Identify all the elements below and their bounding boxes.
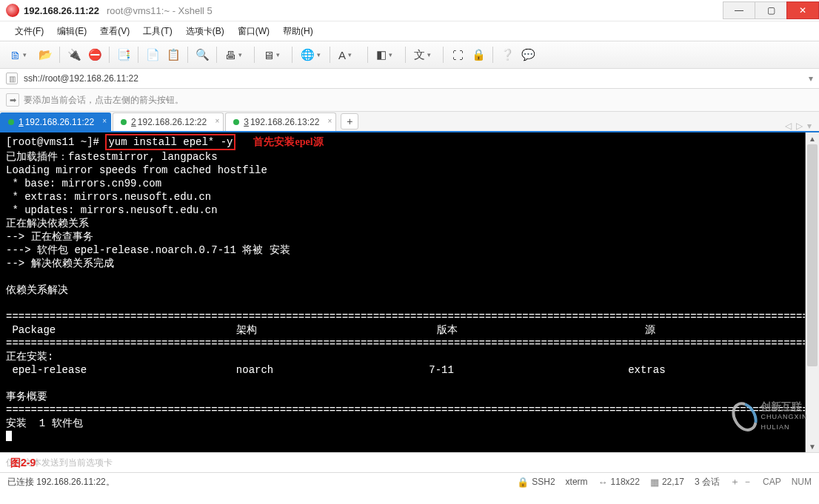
status-dot-icon bbox=[121, 119, 127, 125]
menu-view[interactable]: 查看(V) bbox=[94, 23, 136, 40]
minimize-button[interactable]: — bbox=[723, 1, 755, 19]
terminal[interactable]: [root@vms11 ~]# yum install epel* -y首先安装… bbox=[0, 132, 805, 452]
grid-icon: ▦ bbox=[650, 477, 659, 488]
fullscreen-icon[interactable]: ⛶ bbox=[448, 45, 467, 64]
color-icon[interactable]: ◧ bbox=[372, 45, 401, 64]
tab-session-1[interactable]: 1 192.168.26.11:22 × bbox=[0, 112, 111, 131]
disconnect-icon[interactable]: ⛔ bbox=[85, 45, 104, 64]
copy-icon[interactable]: 📄 bbox=[143, 45, 162, 64]
separator bbox=[59, 47, 60, 63]
open-icon[interactable]: 📂 bbox=[36, 45, 55, 64]
separator bbox=[405, 47, 406, 63]
address-input[interactable] bbox=[22, 70, 804, 87]
app-icon bbox=[6, 4, 19, 17]
status-cursor-pos: 22,17 bbox=[662, 477, 684, 487]
close-button[interactable]: ✕ bbox=[786, 1, 819, 19]
tabnav-left-icon[interactable]: ◁ bbox=[785, 121, 792, 131]
menu-window[interactable]: 窗口(W) bbox=[232, 23, 275, 40]
toolbar: 🗎📂🔌⛔📑📄📋🔍🖶🖥🌐A◧文⛶🔒❔💬 bbox=[0, 41, 819, 69]
figure-label: 图2-9 bbox=[10, 457, 36, 470]
add-session-arrow-button[interactable]: ➡ bbox=[6, 93, 19, 107]
address-icon: ▥ bbox=[6, 73, 18, 84]
separator bbox=[492, 47, 493, 63]
address-bar: ▥ ▾ bbox=[0, 69, 819, 89]
menu-tools[interactable]: 工具(T) bbox=[137, 23, 178, 40]
titlebar: 192.168.26.11:22 root@vms11:~ - Xshell 5… bbox=[0, 0, 819, 21]
monitor-icon[interactable]: 🖥 bbox=[259, 45, 287, 64]
send-strip: 仅将文本发送到当前选项卡 图2-9 bbox=[0, 452, 819, 472]
plus-icon[interactable]: ＋ bbox=[730, 475, 740, 488]
status-bar: 已连接 192.168.26.11:22。 🔒SSH2 xterm ↔118x2… bbox=[0, 472, 819, 491]
close-tab-icon[interactable]: × bbox=[327, 117, 332, 125]
help-icon[interactable]: ❔ bbox=[498, 45, 517, 64]
menubar: 文件(F) 编辑(E) 查看(V) 工具(T) 选项卡(B) 窗口(W) 帮助(… bbox=[0, 21, 819, 41]
tabnav-right-icon[interactable]: ▷ bbox=[796, 121, 803, 131]
close-tab-icon[interactable]: × bbox=[102, 117, 107, 125]
scroll-thumb[interactable] bbox=[807, 144, 818, 366]
separator bbox=[367, 47, 368, 63]
cap-indicator: CAP bbox=[763, 477, 781, 487]
address-dropdown-icon[interactable]: ▾ bbox=[809, 73, 813, 84]
title-sub: root@vms11:~ - Xshell 5 bbox=[107, 5, 213, 16]
separator bbox=[216, 47, 217, 63]
feedback-icon[interactable]: 💬 bbox=[518, 45, 538, 64]
title-host: 192.168.26.11:22 bbox=[24, 5, 99, 16]
status-dot-icon bbox=[233, 119, 239, 125]
scroll-track[interactable] bbox=[806, 144, 819, 440]
minus-icon[interactable]: － bbox=[743, 475, 752, 488]
tabnav-menu-icon[interactable]: ▾ bbox=[807, 121, 812, 131]
tabs-row: 1 192.168.26.11:22 × 2 192.168.26.12:22 … bbox=[0, 112, 819, 132]
separator bbox=[330, 47, 330, 63]
tab-session-3[interactable]: 3 192.168.26.13:22 × bbox=[225, 112, 336, 131]
menu-tabs[interactable]: 选项卡(B) bbox=[180, 23, 230, 40]
maximize-button[interactable]: ▢ bbox=[755, 1, 787, 19]
hint-bar: ➡ 要添加当前会话，点击左侧的箭头按钮。 bbox=[0, 89, 819, 112]
menu-help[interactable]: 帮助(H) bbox=[277, 23, 319, 40]
menu-edit[interactable]: 编辑(E) bbox=[51, 23, 93, 40]
status-size: 118x22 bbox=[611, 477, 640, 487]
separator bbox=[187, 47, 188, 63]
find-icon[interactable]: 🔍 bbox=[193, 45, 212, 64]
close-tab-icon[interactable]: × bbox=[215, 117, 219, 125]
globe-icon[interactable]: 🌐 bbox=[297, 45, 325, 64]
font-icon[interactable]: A bbox=[335, 45, 363, 64]
status-protocol: SSH2 bbox=[532, 477, 555, 487]
hint-text: 要添加当前会话，点击左侧的箭头按钮。 bbox=[24, 94, 184, 107]
lock-icon[interactable]: 🔒 bbox=[469, 45, 488, 64]
status-connection: 已连接 192.168.26.11:22。 bbox=[7, 476, 507, 488]
status-sessions: 3 会话 bbox=[695, 476, 720, 488]
resize-icon: ↔ bbox=[598, 477, 608, 488]
print-icon[interactable]: 🖶 bbox=[221, 45, 250, 64]
scrollbar[interactable]: ▲ ▼ bbox=[805, 132, 819, 452]
scroll-down-icon[interactable]: ▼ bbox=[806, 440, 819, 452]
new-session-icon[interactable]: 🗎 bbox=[6, 45, 34, 64]
reconnect-icon[interactable]: 🔌 bbox=[64, 45, 84, 64]
separator bbox=[292, 47, 292, 63]
tab-session-2[interactable]: 2 192.168.26.12:22 × bbox=[113, 112, 224, 131]
separator bbox=[109, 47, 110, 63]
separator bbox=[443, 47, 444, 63]
num-indicator: NUM bbox=[792, 477, 812, 487]
properties-icon[interactable]: 📑 bbox=[114, 45, 133, 64]
menu-file[interactable]: 文件(F) bbox=[9, 23, 50, 40]
scroll-up-icon[interactable]: ▲ bbox=[806, 132, 819, 144]
paste-icon[interactable]: 📋 bbox=[164, 45, 183, 64]
separator bbox=[254, 47, 255, 63]
encoding-icon[interactable]: 文 bbox=[410, 45, 438, 64]
status-dot-icon bbox=[8, 119, 14, 125]
terminal-wrap: [root@vms11 ~]# yum install epel* -y首先安装… bbox=[0, 132, 819, 452]
lock-icon: 🔒 bbox=[517, 477, 529, 488]
separator bbox=[138, 47, 138, 63]
new-tab-button[interactable]: + bbox=[341, 113, 358, 130]
status-term: xterm bbox=[566, 477, 588, 487]
